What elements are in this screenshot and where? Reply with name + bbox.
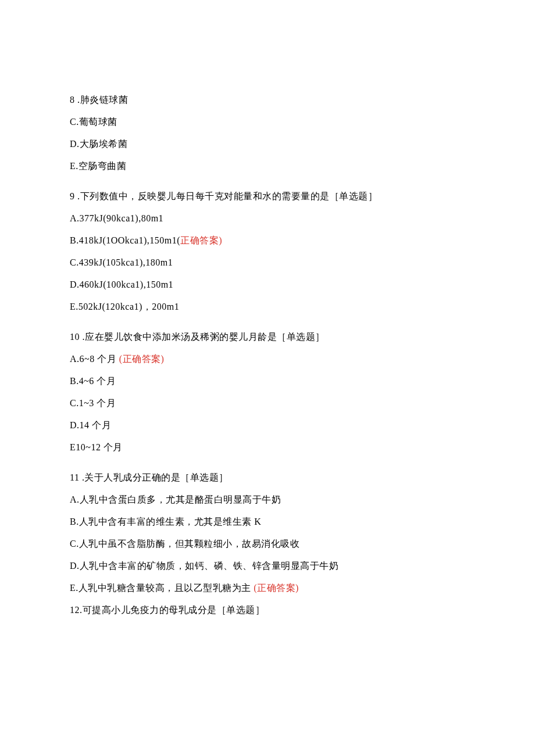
- q9-option-a: A.377kJ(90kca1),80m1: [70, 212, 465, 225]
- question-11: 11 .关于人乳成分正确的是［单选题］ A.人乳中含蛋白质多，尤其是酪蛋白明显高…: [70, 471, 465, 617]
- q10-option-e: E10~12 个月: [70, 440, 465, 454]
- q10-option-c: C.1~3 个月: [70, 396, 465, 410]
- q9-option-c: C.439kJ(105kca1),180m1: [70, 256, 465, 270]
- correct-answer-label: (正确答案): [119, 354, 165, 364]
- question-9: 9 .下列数值中，反映婴儿每日每千克对能量和水的需要量的是［单选题］ A.377…: [70, 189, 465, 314]
- q10-option-a: A.6~8 个月 (正确答案): [70, 352, 465, 366]
- q10-option-a-text: A.6~8 个月: [70, 354, 119, 364]
- q11-option-e-text: E.人乳中乳糖含量较高，且以乙型乳糖为主: [70, 583, 254, 593]
- q10-stem: 10 .应在婴儿饮食中添加米汤及稀粥的婴儿月龄是［单选题］: [70, 330, 465, 344]
- question-8-partial: 8 .肺炎链球菌 C.葡萄球菌 D.大肠埃希菌 E.空肠弯曲菌: [70, 93, 465, 173]
- q9-option-b: B.418kJ(1OOkca1),150m1(正确答案): [70, 234, 465, 248]
- q11-option-e: E.人乳中乳糖含量较高，且以乙型乳糖为主 (正确答案): [70, 581, 465, 595]
- q11-option-d: D.人乳中含丰富的矿物质，如钙、磷、铁、锌含量明显高于牛奶: [70, 559, 465, 573]
- q9-option-b-text: B.418kJ(1OOkca1),150m1(: [70, 235, 180, 245]
- q11-option-c: C.人乳中虽不含脂肪酶，但其颗粒细小，故易消化吸收: [70, 537, 465, 551]
- correct-answer-label: 正确答案): [180, 235, 222, 245]
- document-page: 8 .肺炎链球菌 C.葡萄球菌 D.大肠埃希菌 E.空肠弯曲菌 9 .下列数值中…: [0, 0, 535, 691]
- correct-answer-label: (正确答案): [254, 583, 299, 593]
- q8-option-d: D.大肠埃希菌: [70, 137, 465, 151]
- q11-option-b: B.人乳中含有丰富的维生素，尤其是维生素 K: [70, 515, 465, 529]
- q10-option-b: B.4~6 个月: [70, 374, 465, 388]
- q11-stem: 11 .关于人乳成分正确的是［单选题］: [70, 471, 465, 485]
- q8-option-c: C.葡萄球菌: [70, 115, 465, 129]
- q8-line-1: 8 .肺炎链球菌: [70, 93, 465, 107]
- q9-option-d: D.460kJ(100kca1),150m1: [70, 278, 465, 292]
- q8-option-e: E.空肠弯曲菌: [70, 159, 465, 173]
- q9-option-e: E.502kJ(120kca1)，200m1: [70, 300, 465, 314]
- question-10: 10 .应在婴儿饮食中添加米汤及稀粥的婴儿月龄是［单选题］ A.6~8 个月 (…: [70, 330, 465, 454]
- q12-stem: 12.可提高小儿免疫力的母乳成分是［单选题］: [70, 603, 465, 617]
- q9-stem: 9 .下列数值中，反映婴儿每日每千克对能量和水的需要量的是［单选题］: [70, 189, 465, 203]
- q10-option-d: D.14 个月: [70, 418, 465, 432]
- q11-option-a: A.人乳中含蛋白质多，尤其是酪蛋白明显高于牛奶: [70, 493, 465, 507]
